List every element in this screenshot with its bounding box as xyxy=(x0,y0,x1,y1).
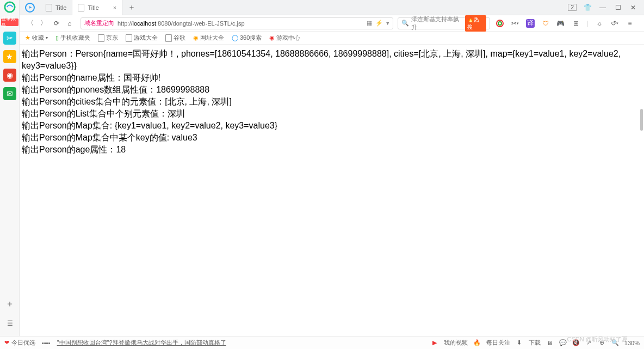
search-input[interactable]: 🔍 泽连斯基支持率飙升 🔥热搜 xyxy=(398,17,490,29)
bookmark-item[interactable]: ▯手机收藏夹 xyxy=(55,34,90,42)
nav-bar: 〈 〉 ⟳ ⌂ 域名重定向 http://localhost:8080/dong… xyxy=(20,15,644,32)
search-placeholder: 泽连斯基支持率飙升 xyxy=(411,15,463,32)
apps-icon[interactable]: ⊞ xyxy=(572,19,580,28)
home-button[interactable]: ⌂ xyxy=(63,20,76,27)
output-line: 输出Person的pnones数组属性值：18699998888 xyxy=(22,84,640,96)
browser-tab[interactable]: Title × xyxy=(72,0,122,15)
doc-icon xyxy=(98,34,104,42)
nav-tools: ✂▾ 译 🛡 🎮 ⊞ | ☼ ↺▾ ≡ xyxy=(490,19,640,28)
star-icon[interactable]: ★ xyxy=(3,50,16,63)
new-tab-button[interactable]: ＋ xyxy=(122,3,141,13)
star-icon: ★ xyxy=(25,34,30,41)
doc-icon xyxy=(78,4,84,11)
bookmark-item[interactable]: ◉网址大全 xyxy=(193,34,224,42)
app-sidebar: 登录账号 ✂ ★ ◉ ✉ xyxy=(0,0,20,349)
svg-point-0 xyxy=(4,2,14,12)
watermark: CSDN @听风动知了夏 xyxy=(567,335,628,344)
scissor-icon[interactable]: ✂▾ xyxy=(511,19,519,28)
doc-icon xyxy=(165,34,172,42)
fire-icon[interactable]: 🔥 xyxy=(473,339,481,346)
maximize-button[interactable]: ☐ xyxy=(614,4,622,11)
bolt-icon[interactable]: ⚡ xyxy=(375,20,383,27)
browser-tab[interactable]: Title xyxy=(40,0,72,15)
url-text: http://localhost:8080/dongtai-web-EL-JST… xyxy=(117,20,245,27)
favorites-button[interactable]: ★收藏 ▾ xyxy=(25,34,48,42)
add-icon[interactable]: ＋ xyxy=(5,298,14,310)
output-line: 输出Person的name属性：国哥好帅! xyxy=(22,72,640,84)
tab-label: Title xyxy=(88,4,98,11)
game-icon[interactable]: 🎮 xyxy=(556,19,565,28)
news-link[interactable]: "中国别想收回台湾"?拜登掀俄乌大战对华出手，国防部动真格了 xyxy=(57,339,226,347)
address-bar[interactable]: 域名重定向 http://localhost:8080/dongtai-web-… xyxy=(81,17,393,29)
reload-button[interactable]: ⟳ xyxy=(50,20,63,27)
send-icon[interactable]: ➤ xyxy=(25,3,35,13)
clip-icon[interactable]: ✂ xyxy=(3,32,16,45)
output-line: 输出Person的List集合中个别元素值：深圳 xyxy=(22,108,640,120)
bookmark-item[interactable]: ◯360搜索 xyxy=(232,34,262,42)
skin-icon[interactable]: 👕 xyxy=(583,4,592,11)
output-line: 输出Person的cities集合中的元素值：[北京, 上海, 深圳] xyxy=(22,96,640,108)
forward-button[interactable]: 〉 xyxy=(37,19,50,28)
translate-icon[interactable]: 译 xyxy=(526,19,535,28)
output-line: 输出Person的age属性：18 xyxy=(22,144,640,156)
scrollbar[interactable] xyxy=(640,109,643,131)
list-icon[interactable]: ☰ xyxy=(7,320,13,327)
video-icon[interactable]: ▶ xyxy=(431,339,438,346)
doc-icon xyxy=(46,4,52,11)
tab-bar: ➤ Title Title × ＋ 2 👕 — ☐ ✕ xyxy=(20,0,644,15)
globe-icon: ◉ xyxy=(193,34,199,41)
svg-point-2 xyxy=(498,22,501,25)
tab-count[interactable]: 2 xyxy=(568,4,577,11)
mail-icon[interactable]: ✉ xyxy=(3,87,16,100)
minimize-button[interactable]: — xyxy=(598,4,607,11)
chat-icon[interactable]: 💬 xyxy=(559,339,567,346)
bookmark-item[interactable]: 谷歌 xyxy=(165,34,185,42)
phone-icon: ▯ xyxy=(55,34,59,41)
menu-icon[interactable]: ≡ xyxy=(626,19,634,28)
game-icon: ◉ xyxy=(269,34,275,41)
close-icon[interactable]: × xyxy=(113,4,116,11)
so-icon: ◯ xyxy=(232,34,238,41)
status-bar: ❤ 今日优选 ▪▪▪▪ "中国别想收回台湾"?拜登掀俄乌大战对华出手，国防部动真… xyxy=(0,336,644,349)
theme-icon[interactable]: ☼ xyxy=(595,19,604,28)
output-line: 输出Person的Map集合中某个key的值: value3 xyxy=(22,132,640,144)
shield-icon[interactable]: 🛡 xyxy=(541,19,550,28)
heart-icon: ❤ xyxy=(4,339,9,346)
pc-icon[interactable]: 🖥 xyxy=(546,340,554,346)
download-icon[interactable]: ⬇ xyxy=(516,339,523,346)
qr-icon[interactable]: ▦ xyxy=(367,20,372,27)
url-redirect-label: 域名重定向 xyxy=(81,19,117,27)
bookmark-item[interactable]: 京东 xyxy=(98,34,118,42)
back-button[interactable]: 〈 xyxy=(24,19,37,28)
output-line: 输出Person的Map集合: {key1=value1, key2=value… xyxy=(22,120,640,132)
browser-logo-icon[interactable] xyxy=(4,1,16,13)
bookmark-item[interactable]: ◉游戏中心 xyxy=(269,34,300,42)
bookmark-bar: ★收藏 ▾ ▯手机收藏夹 京东 游戏大全 谷歌 ◉网址大全 ◯360搜索 ◉游戏… xyxy=(20,32,644,45)
tab-label: Title xyxy=(55,4,66,11)
bookmark-item[interactable]: 游戏大全 xyxy=(126,34,158,42)
sidebar-bottom: ＋ ☰ xyxy=(0,298,20,327)
today-label[interactable]: 今日优选 xyxy=(11,339,35,347)
close-button[interactable]: ✕ xyxy=(629,4,637,11)
circle-icon[interactable] xyxy=(496,19,504,28)
output-line: 输出Person：Person{name=国哥好帅！, phones=[1861… xyxy=(22,48,640,72)
history-icon[interactable]: ↺▾ xyxy=(610,19,619,28)
hot-badge: 🔥热搜 xyxy=(465,15,486,32)
doc-icon xyxy=(126,34,132,42)
page-content: 输出Person：Person{name=国哥好帅！, phones=[1861… xyxy=(22,48,640,156)
chevron-down-icon[interactable]: ▾ xyxy=(386,20,389,27)
weibo-icon[interactable]: ◉ xyxy=(3,69,16,82)
svg-point-1 xyxy=(497,20,503,27)
search-icon: 🔍 xyxy=(401,20,409,27)
login-badge[interactable]: 登录账号 xyxy=(1,19,18,26)
